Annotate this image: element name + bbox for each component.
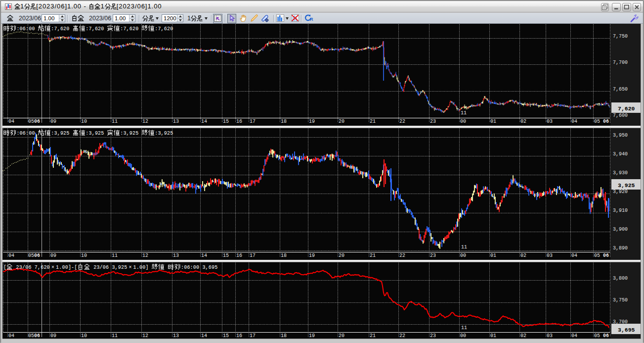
svg-text:3,950: 3,950 xyxy=(613,133,628,138)
svg-text:15: 15 xyxy=(223,119,229,124)
svg-text::7,620: :7,620 xyxy=(86,26,107,32)
svg-text:3,940: 3,940 xyxy=(613,151,628,157)
svg-text:22: 22 xyxy=(399,119,405,124)
svg-text:16: 16 xyxy=(236,333,242,339)
svg-text:03: 03 xyxy=(547,119,553,124)
svg-text:18: 18 xyxy=(281,333,287,339)
svg-text::7,620: :7,620 xyxy=(51,26,72,32)
svg-text:06: 06 xyxy=(603,253,609,258)
svg-text:22: 22 xyxy=(399,253,405,258)
svg-text:14: 14 xyxy=(201,253,207,258)
svg-text:05: 05 xyxy=(28,333,34,339)
svg-text:3,920: 3,920 xyxy=(613,189,628,195)
svg-text:03: 03 xyxy=(547,333,553,339)
svg-text:01: 01 xyxy=(490,333,496,339)
svg-text:3,695: 3,695 xyxy=(618,327,635,333)
svg-text::3,925: :3,925 xyxy=(155,131,173,136)
svg-text:04: 04 xyxy=(8,333,14,339)
svg-text:09: 09 xyxy=(50,253,56,258)
svg-text:23/06 7,620: 23/06 7,620 xyxy=(13,265,49,270)
svg-text:14: 14 xyxy=(201,333,207,339)
svg-text:05: 05 xyxy=(594,119,600,124)
svg-text::3,925: :3,925 xyxy=(51,131,72,136)
svg-text:14: 14 xyxy=(201,119,207,124)
svg-text:19: 19 xyxy=(309,119,315,124)
svg-text:3,750: 3,750 xyxy=(613,297,628,303)
svg-text:20: 20 xyxy=(339,119,344,124)
svg-text:13: 13 xyxy=(173,253,179,258)
svg-text:04: 04 xyxy=(8,119,14,124)
svg-text:04: 04 xyxy=(571,253,577,258)
svg-text:23: 23 xyxy=(430,119,436,124)
svg-text:12: 12 xyxy=(142,333,148,339)
svg-text:09: 09 xyxy=(50,333,56,339)
svg-text:21: 21 xyxy=(370,333,376,339)
svg-text::06:00: :06:00 xyxy=(16,26,38,32)
svg-text:09: 09 xyxy=(50,119,56,124)
svg-text:11: 11 xyxy=(112,253,118,258)
svg-text::7,620: :7,620 xyxy=(155,26,173,32)
svg-text:21: 21 xyxy=(370,119,376,124)
svg-text:06: 06 xyxy=(603,119,609,124)
svg-text:17: 17 xyxy=(250,333,256,339)
svg-text:22: 22 xyxy=(399,333,405,339)
svg-text:3,890: 3,890 xyxy=(613,245,628,251)
svg-text:×: × xyxy=(51,265,54,270)
svg-text:18: 18 xyxy=(281,253,287,258)
svg-text:23: 23 xyxy=(430,253,436,258)
svg-text:05: 05 xyxy=(594,333,600,339)
svg-text:02: 02 xyxy=(520,333,526,339)
svg-text:04: 04 xyxy=(571,119,577,124)
svg-text:23/06 3,925: 23/06 3,925 xyxy=(90,265,127,270)
svg-text:00: 00 xyxy=(460,119,466,124)
svg-text:18: 18 xyxy=(281,119,287,124)
svg-text:06: 06 xyxy=(34,119,40,124)
svg-text::7,620: :7,620 xyxy=(120,26,141,32)
svg-text:13: 13 xyxy=(173,119,179,124)
svg-text:3,930: 3,930 xyxy=(613,170,628,176)
svg-text:00: 00 xyxy=(460,333,466,339)
svg-text:[: [ xyxy=(3,265,6,270)
svg-text::3,925: :3,925 xyxy=(120,131,141,136)
svg-text:20: 20 xyxy=(339,333,344,339)
svg-text:21: 21 xyxy=(370,253,376,258)
svg-text:05: 05 xyxy=(28,119,34,124)
svg-text:3,910: 3,910 xyxy=(613,208,628,213)
svg-text:7,650: 7,650 xyxy=(613,87,628,92)
svg-text::06:00 3,695: :06:00 3,695 xyxy=(181,265,217,270)
svg-text:1.00]: 1.00] xyxy=(133,265,152,270)
svg-text:06: 06 xyxy=(603,333,609,339)
svg-text:11: 11 xyxy=(112,119,118,124)
svg-text:7,750: 7,750 xyxy=(613,34,628,39)
svg-text:3,925: 3,925 xyxy=(618,182,635,189)
svg-text:1.00]-[: 1.00]-[ xyxy=(56,265,77,270)
svg-text:11: 11 xyxy=(461,245,467,250)
svg-text:03: 03 xyxy=(547,253,553,258)
svg-text:7,620: 7,620 xyxy=(618,105,635,112)
svg-text:16: 16 xyxy=(236,253,242,258)
svg-text::06:00: :06:00 xyxy=(16,131,38,136)
svg-text:12: 12 xyxy=(142,119,148,124)
svg-text:02: 02 xyxy=(520,119,526,124)
svg-text:20: 20 xyxy=(339,253,344,258)
svg-text:19: 19 xyxy=(309,253,315,258)
svg-text:13: 13 xyxy=(173,333,179,339)
svg-text:00: 00 xyxy=(460,253,466,258)
svg-text:3,800: 3,800 xyxy=(613,276,628,281)
svg-text:15: 15 xyxy=(223,253,229,258)
svg-text:17: 17 xyxy=(250,253,256,258)
svg-text:×: × xyxy=(129,265,132,270)
svg-text:7,700: 7,700 xyxy=(613,60,628,65)
svg-text:7,600: 7,600 xyxy=(613,113,628,118)
svg-text:01: 01 xyxy=(490,119,496,124)
svg-text:11: 11 xyxy=(112,333,118,339)
svg-text:01: 01 xyxy=(490,253,496,258)
svg-text:05: 05 xyxy=(594,253,600,258)
svg-text:15: 15 xyxy=(223,333,229,339)
svg-text:05: 05 xyxy=(28,253,34,258)
svg-text:23: 23 xyxy=(430,333,436,339)
svg-text:06: 06 xyxy=(34,333,40,339)
svg-text:10: 10 xyxy=(81,253,87,258)
svg-text:19: 19 xyxy=(309,333,315,339)
svg-text:04: 04 xyxy=(571,333,577,339)
